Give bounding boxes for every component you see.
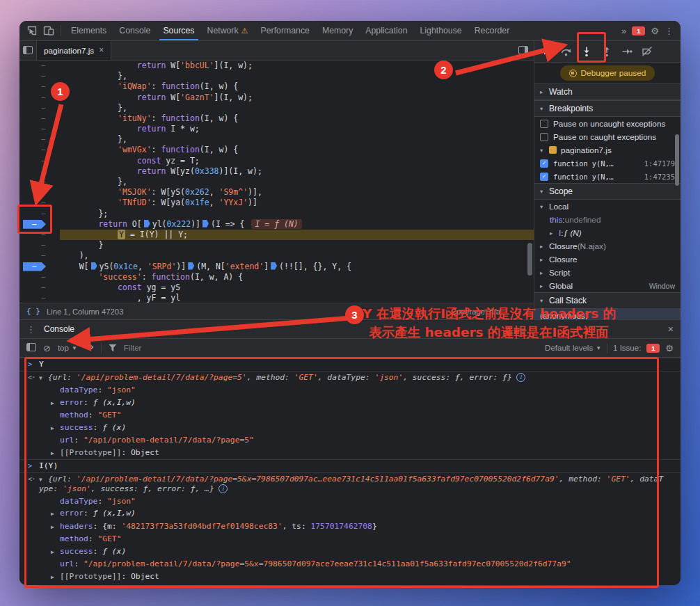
section-scope[interactable]: ▾ Scope <box>534 183 681 200</box>
disclosure-arrow[interactable]: ▾ <box>540 203 549 210</box>
expand-toggle-icon[interactable]: ▶ <box>51 573 60 582</box>
gutter-cell[interactable]: − <box>19 250 60 261</box>
gutter-cell[interactable]: − <box>19 81 60 92</box>
pretty-print-icon[interactable]: { } <box>26 307 40 316</box>
scope-closure[interactable]: ▸Closure <box>534 253 681 266</box>
device-toolbar-icon[interactable] <box>40 23 57 38</box>
live-expression-eye-icon[interactable] <box>84 342 94 353</box>
sidebar-scrollbar-thumb[interactable] <box>675 134 679 186</box>
gutter-cell[interactable]: − <box>19 177 60 187</box>
expand-toggle-icon[interactable]: ▶ <box>51 449 60 459</box>
info-icon[interactable]: i <box>218 484 228 493</box>
expand-toggle-icon[interactable]: ▶ <box>51 399 60 408</box>
gutter-cell[interactable]: − <box>19 230 60 240</box>
checkbox[interactable] <box>540 133 548 141</box>
gutter-cell[interactable]: − <box>19 113 60 124</box>
close-drawer-icon[interactable]: × <box>668 324 674 335</box>
gutter-cell[interactable]: − <box>19 61 60 71</box>
expand-toggle-icon[interactable]: ▶ <box>51 548 60 557</box>
breakpoint-file-group[interactable]: ▾pagination7.js <box>534 143 681 157</box>
console-sidebar-icon[interactable] <box>26 343 36 353</box>
tab-recorder[interactable]: Recorder <box>468 21 516 40</box>
editor-scrollbar-thumb[interactable] <box>527 243 532 276</box>
tab-sources[interactable]: Sources <box>157 21 200 40</box>
inline-breakpoint-marker[interactable] <box>271 262 277 270</box>
code-text[interactable]: return I * w; <box>60 124 534 134</box>
gutter-cell[interactable]: − <box>19 156 60 166</box>
inline-breakpoint-marker[interactable] <box>188 262 194 270</box>
code-text[interactable]: Y = I(Y) || Y; <box>60 230 534 240</box>
callstack-frame-anonymous[interactable]: (anonymous) <box>534 309 681 319</box>
expand-toggle-icon[interactable]: ▶ <box>51 509 60 519</box>
settings-gear-icon[interactable]: ⚙ <box>651 26 659 36</box>
checkbox[interactable] <box>540 120 548 128</box>
tab-performance[interactable]: Performance <box>255 21 316 40</box>
issues-badge[interactable]: 1 <box>632 26 645 35</box>
more-tabs-chevron[interactable]: » <box>621 26 626 36</box>
file-tab-pagination7[interactable]: pagination7.js × <box>36 41 111 60</box>
scope-global[interactable]: ▸GlobalWindow <box>534 279 681 292</box>
inline-breakpoint-marker[interactable] <box>202 220 209 228</box>
drawer-menu-icon[interactable]: ⋮ <box>26 324 35 335</box>
checkbox[interactable]: ✓ <box>540 173 548 181</box>
gutter-cell[interactable]: − <box>19 134 60 145</box>
chevron-down-icon[interactable]: ▾ <box>540 105 549 112</box>
tab-elements[interactable]: Elements <box>65 21 113 40</box>
breakpoint-entry[interactable]: ✓function y(N,…1:47179 <box>534 157 681 170</box>
chevron-right-icon[interactable]: ▸ <box>540 88 549 95</box>
step-into-icon[interactable] <box>576 42 596 61</box>
resume-icon[interactable] <box>536 42 556 61</box>
code-text[interactable]: ), <box>60 250 534 261</box>
open-editor-panel-icon[interactable] <box>518 46 534 54</box>
code-text[interactable]: W[yS(0x1ce, 'SRPd')](M, N['extend'](!![]… <box>60 262 534 272</box>
tab-network[interactable]: Network⚠ <box>201 21 255 40</box>
code-text[interactable]: return O[yl(0x222)](I => {I = ƒ (N) <box>60 219 534 230</box>
tab-console[interactable]: Console <box>113 21 157 40</box>
scope-local[interactable]: ▾Local <box>534 200 681 213</box>
code-text[interactable]: return W['bbcUL'](I, w); <box>60 61 534 71</box>
code-text[interactable]: 'TNfUD': W[ya(0x1fe, 'YYxJ')] <box>60 198 534 208</box>
expand-toggle-icon[interactable]: ▶ <box>51 523 60 532</box>
inspect-element-icon[interactable] <box>24 23 40 38</box>
inline-breakpoint-marker[interactable] <box>91 262 97 270</box>
code-text[interactable]: }, <box>60 177 534 187</box>
code-text[interactable]: , yF = yl <box>60 293 534 303</box>
code-text[interactable]: return W[yz(0x338)](I, w); <box>60 166 534 177</box>
code-text[interactable]: 'ituNy': function(I, w) { <box>60 113 534 124</box>
pause-caught-row[interactable]: Pause on caught exceptions <box>534 130 681 143</box>
context-selector[interactable]: top ▼ <box>58 344 77 352</box>
scope-var-I[interactable]: ▸I: ƒ (N) <box>534 226 681 239</box>
step-icon[interactable] <box>617 42 637 61</box>
gutter-cell[interactable]: − <box>19 71 60 81</box>
code-text[interactable]: }, <box>60 71 534 81</box>
gutter-cell[interactable]: − <box>19 282 60 293</box>
breakpoint-entry[interactable]: ✓function y(N,…1:47235 <box>534 170 681 183</box>
expand-toggle-icon[interactable]: ▶ <box>51 424 60 433</box>
code-text[interactable]: 'success': function(I, w, A) { <box>60 272 534 282</box>
tab-memory[interactable]: Memory <box>316 21 359 40</box>
more-options-icon[interactable]: ⋮ <box>665 26 674 36</box>
disclosure-arrow[interactable]: ▸ <box>550 230 559 237</box>
disclosure-arrow[interactable]: ▸ <box>540 256 549 263</box>
code-text[interactable]: 'wmVGx': function(I, w) { <box>60 145 534 155</box>
gutter-cell[interactable]: − <box>19 293 60 303</box>
code-text[interactable]: const yg = yS <box>60 282 534 293</box>
step-over-icon[interactable] <box>556 42 576 61</box>
pause-uncaught-row[interactable]: Pause on uncaught exceptions <box>534 117 681 130</box>
section-breakpoints[interactable]: ▾ Breakpoints <box>534 100 681 117</box>
code-text[interactable]: const yz = T; <box>60 156 534 166</box>
code-text[interactable]: }, <box>60 134 534 145</box>
scope-closure-najax[interactable]: ▸Closure (N.ajax) <box>534 239 681 253</box>
code-text[interactable]: 'iQWap': function(I, w) { <box>60 81 534 92</box>
scope-script[interactable]: ▸Script <box>534 266 681 279</box>
inline-breakpoint-marker[interactable] <box>144 220 150 228</box>
console-settings-gear-icon[interactable]: ⚙ <box>665 343 674 353</box>
issues-badge[interactable]: 1 <box>646 344 660 353</box>
chevron-down-icon[interactable]: ▾ <box>540 297 549 304</box>
gutter-cell[interactable]: − <box>19 209 60 219</box>
section-watch[interactable]: ▸ Watch <box>534 83 681 100</box>
gutter-cell[interactable]: − <box>19 103 60 113</box>
scope-var-this[interactable]: this: undefined <box>534 213 681 226</box>
gutter-cell[interactable]: − <box>19 166 60 177</box>
breakpoint-gutter-marker[interactable]: − <box>19 219 60 230</box>
